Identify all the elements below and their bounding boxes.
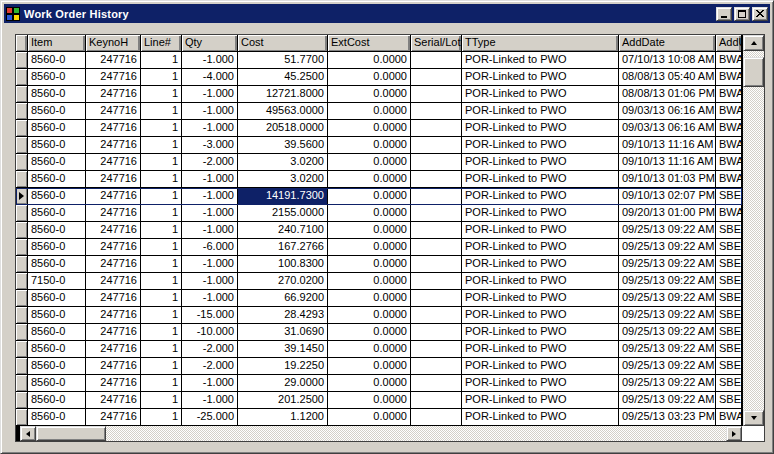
grid-cell[interactable]: 8560-0 xyxy=(28,222,86,239)
grid-cell[interactable]: 1 xyxy=(141,392,182,409)
grid-cell[interactable]: -1.000 xyxy=(182,222,238,239)
grid-cell[interactable]: 1 xyxy=(141,375,182,392)
grid-cell[interactable] xyxy=(411,52,462,69)
grid-cell[interactable]: 1 xyxy=(141,86,182,103)
row-selector[interactable] xyxy=(16,358,28,375)
row-selector[interactable] xyxy=(16,205,28,222)
grid-cell[interactable] xyxy=(411,392,462,409)
grid-cell[interactable] xyxy=(411,222,462,239)
grid-cell[interactable]: 08/08/13 01:06 PM xyxy=(619,86,716,103)
grid-cell[interactable]: SBEK xyxy=(716,239,742,256)
grid-cell[interactable]: 19.2250 xyxy=(238,358,328,375)
grid-cell[interactable]: 1 xyxy=(141,52,182,69)
grid-cell[interactable]: 31.0690 xyxy=(238,324,328,341)
grid-cell[interactable]: 247716 xyxy=(86,239,141,256)
grid-cell[interactable]: -15.000 xyxy=(182,307,238,324)
row-selector[interactable] xyxy=(16,103,28,120)
grid-cell[interactable]: 8560-0 xyxy=(28,188,86,205)
grid-cell[interactable]: 0.0000 xyxy=(328,358,411,375)
grid-cell[interactable] xyxy=(411,69,462,86)
grid-cell[interactable]: 1 xyxy=(141,69,182,86)
grid-cell[interactable]: BWA xyxy=(716,52,742,69)
grid-cell[interactable]: 2155.0000 xyxy=(238,205,328,222)
row-selector[interactable] xyxy=(16,239,28,256)
grid-cell[interactable]: -1.000 xyxy=(182,103,238,120)
grid-cell[interactable]: 1 xyxy=(141,307,182,324)
grid-cell[interactable]: POR-Linked to PWO xyxy=(462,52,619,69)
column-header-item[interactable]: Item xyxy=(28,35,86,52)
grid-cell[interactable]: 09/10/13 01:03 PM xyxy=(619,171,716,188)
grid-cell[interactable]: 247716 xyxy=(86,103,141,120)
grid-cell[interactable]: 49563.0000 xyxy=(238,103,328,120)
grid-cell[interactable]: 7150-0 xyxy=(28,273,86,290)
grid-cell[interactable]: 0.0000 xyxy=(328,307,411,324)
grid-cell[interactable]: 09/03/13 06:16 AM xyxy=(619,103,716,120)
row-selector[interactable] xyxy=(16,392,28,409)
grid-cell[interactable]: 8560-0 xyxy=(28,409,86,426)
grid-cell[interactable]: 66.9200 xyxy=(238,290,328,307)
grid-cell[interactable]: 09/25/13 09:22 AM xyxy=(619,324,716,341)
horizontal-scrollbar-track[interactable] xyxy=(36,426,726,441)
grid-cell[interactable] xyxy=(411,188,462,205)
grid-cell[interactable]: 1 xyxy=(141,409,182,426)
grid-cell[interactable]: 1 xyxy=(141,154,182,171)
grid-cell[interactable]: SBEK xyxy=(716,273,742,290)
grid-cell[interactable]: POR-Linked to PWO xyxy=(462,392,619,409)
grid-cell[interactable]: 247716 xyxy=(86,290,141,307)
grid-cell[interactable]: 09/25/13 09:22 AM xyxy=(619,256,716,273)
grid-cell[interactable] xyxy=(411,205,462,222)
grid-cell[interactable]: 247716 xyxy=(86,358,141,375)
grid-cell[interactable]: 8560-0 xyxy=(28,375,86,392)
grid-cell[interactable]: SBEK xyxy=(716,222,742,239)
column-header-extcost[interactable]: ExtCost xyxy=(328,35,411,52)
grid-cell[interactable]: 247716 xyxy=(86,86,141,103)
column-header-line[interactable]: Line# xyxy=(141,35,182,52)
grid-cell[interactable]: -1.000 xyxy=(182,205,238,222)
row-selector[interactable] xyxy=(16,290,28,307)
grid-cell[interactable]: 09/25/13 09:22 AM xyxy=(619,239,716,256)
minimize-button[interactable] xyxy=(716,7,732,21)
grid-cell[interactable]: -6.000 xyxy=(182,239,238,256)
grid-cell[interactable]: 247716 xyxy=(86,324,141,341)
grid-cell[interactable]: 1.1200 xyxy=(238,409,328,426)
vertical-scrollbar-track[interactable] xyxy=(743,51,764,410)
scroll-up-button[interactable] xyxy=(743,35,764,51)
grid-cell[interactable] xyxy=(411,409,462,426)
grid-cell[interactable]: BWA xyxy=(716,86,742,103)
grid-cell[interactable]: POR-Linked to PWO xyxy=(462,290,619,307)
scroll-left-button[interactable] xyxy=(20,426,36,441)
horizontal-scrollbar[interactable] xyxy=(16,426,742,441)
grid-cell[interactable]: 09/25/13 09:22 AM xyxy=(619,273,716,290)
scroll-down-button[interactable] xyxy=(743,410,764,426)
grid-cell[interactable]: 247716 xyxy=(86,256,141,273)
grid-cell[interactable]: 09/25/13 09:22 AM xyxy=(619,341,716,358)
grid-cell[interactable]: 20518.0000 xyxy=(238,120,328,137)
grid-cell[interactable]: 29.0000 xyxy=(238,375,328,392)
grid-cell[interactable]: 09/25/13 09:22 AM xyxy=(619,290,716,307)
grid-cell[interactable]: 1 xyxy=(141,324,182,341)
grid-cell[interactable]: 0.0000 xyxy=(328,222,411,239)
grid-cell[interactable]: POR-Linked to PWO xyxy=(462,137,619,154)
grid-cell[interactable]: SBEK xyxy=(716,375,742,392)
row-selector[interactable] xyxy=(16,137,28,154)
grid-cell[interactable]: -4.000 xyxy=(182,69,238,86)
grid-cell[interactable]: 1 xyxy=(141,137,182,154)
grid-cell[interactable]: 09/10/13 02:07 PM xyxy=(619,188,716,205)
grid-cell[interactable]: BWA xyxy=(716,205,742,222)
grid-cell[interactable]: 8560-0 xyxy=(28,69,86,86)
grid-cell[interactable]: POR-Linked to PWO xyxy=(462,358,619,375)
grid-cell[interactable]: 0.0000 xyxy=(328,205,411,222)
grid-cell[interactable]: 8560-0 xyxy=(28,205,86,222)
grid-cell[interactable]: 247716 xyxy=(86,205,141,222)
grid-cell[interactable]: 240.7100 xyxy=(238,222,328,239)
grid-cell[interactable]: 28.4293 xyxy=(238,307,328,324)
grid-cell[interactable]: 247716 xyxy=(86,222,141,239)
grid-cell[interactable]: 167.2766 xyxy=(238,239,328,256)
vertical-scrollbar[interactable] xyxy=(742,35,764,426)
row-selector[interactable] xyxy=(16,171,28,188)
grid-cell[interactable]: 09/20/13 01:00 PM xyxy=(619,205,716,222)
grid-cell[interactable]: POR-Linked to PWO xyxy=(462,103,619,120)
grid-cell[interactable]: 1 xyxy=(141,188,182,205)
grid-cell[interactable]: POR-Linked to PWO xyxy=(462,120,619,137)
grid-cell[interactable]: SBEK xyxy=(716,188,742,205)
